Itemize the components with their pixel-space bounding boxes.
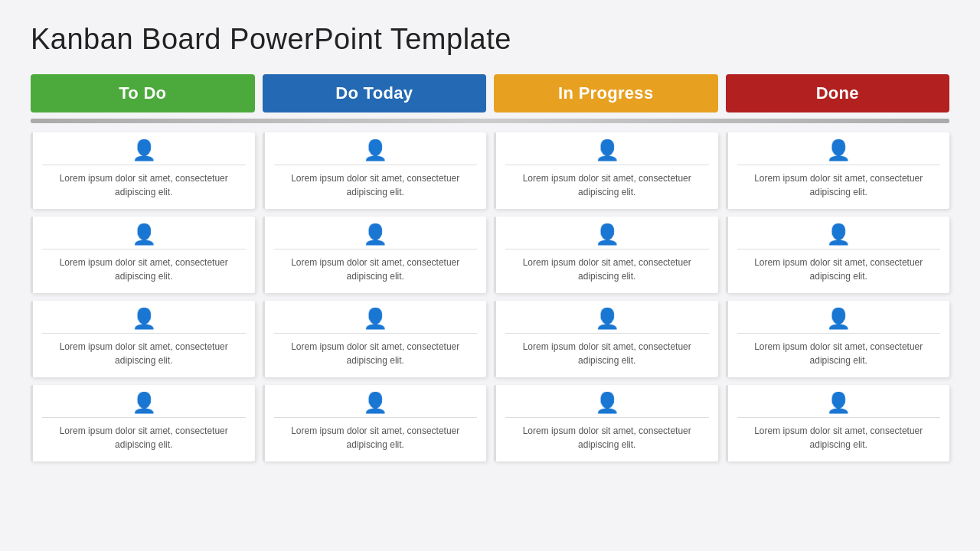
card-divider bbox=[42, 333, 246, 334]
column-header-dotoday: Do Today bbox=[263, 74, 487, 112]
card: 👤 Lorem ipsum dolor sit amet, consectetu… bbox=[494, 217, 718, 293]
card-divider bbox=[274, 333, 478, 334]
column-done: 👤 Lorem ipsum dolor sit amet, consectetu… bbox=[726, 132, 950, 461]
card: 👤 Lorem ipsum dolor sit amet, consectetu… bbox=[31, 217, 255, 293]
card-icon: 👤 bbox=[42, 308, 246, 328]
card: 👤 Lorem ipsum dolor sit amet, consectetu… bbox=[726, 301, 950, 377]
card-text: Lorem ipsum dolor sit amet, consectetuer… bbox=[42, 256, 246, 283]
person-icon: 👤 bbox=[826, 308, 851, 328]
person-icon: 👤 bbox=[132, 224, 156, 244]
card-text: Lorem ipsum dolor sit amet, consectetuer… bbox=[737, 424, 941, 452]
person-icon: 👤 bbox=[132, 393, 156, 412]
card: 👤 Lorem ipsum dolor sit amet, consectetu… bbox=[726, 132, 950, 209]
card: 👤 Lorem ipsum dolor sit amet, consectetu… bbox=[494, 301, 718, 377]
page-title: Kanban Board PowerPoint Template bbox=[31, 23, 949, 56]
card-divider bbox=[42, 165, 246, 165]
person-icon: 👤 bbox=[826, 224, 851, 244]
person-icon: 👤 bbox=[132, 308, 156, 328]
card: 👤 Lorem ipsum dolor sit amet, consectetu… bbox=[31, 132, 255, 209]
column-todo: 👤 Lorem ipsum dolor sit amet, consectetu… bbox=[31, 132, 255, 461]
card-divider bbox=[42, 417, 246, 418]
card: 👤 Lorem ipsum dolor sit amet, consectetu… bbox=[494, 385, 718, 461]
card-text: Lorem ipsum dolor sit amet, consectetuer… bbox=[42, 171, 246, 199]
card: 👤 Lorem ipsum dolor sit amet, consectetu… bbox=[263, 132, 487, 209]
card-divider bbox=[737, 249, 941, 249]
card-divider bbox=[505, 417, 709, 418]
card-icon: 👤 bbox=[505, 224, 709, 244]
card-icon: 👤 bbox=[42, 224, 246, 244]
person-icon: 👤 bbox=[595, 224, 619, 244]
card-text: Lorem ipsum dolor sit amet, consectetuer… bbox=[42, 340, 246, 367]
card-text: Lorem ipsum dolor sit amet, consectetuer… bbox=[274, 340, 478, 367]
columns-header: To Do Do Today In Progress Done bbox=[31, 74, 949, 112]
card-divider bbox=[505, 333, 709, 334]
card-icon: 👤 bbox=[274, 140, 478, 160]
column-inprogress: 👤 Lorem ipsum dolor sit amet, consectetu… bbox=[494, 132, 718, 461]
card: 👤 Lorem ipsum dolor sit amet, consectetu… bbox=[31, 301, 255, 377]
person-icon: 👤 bbox=[595, 140, 619, 160]
column-header-inprogress: In Progress bbox=[494, 74, 718, 112]
card-icon: 👤 bbox=[505, 140, 709, 160]
person-icon: 👤 bbox=[363, 140, 387, 160]
card: 👤 Lorem ipsum dolor sit amet, consectetu… bbox=[494, 132, 718, 209]
card: 👤 Lorem ipsum dolor sit amet, consectetu… bbox=[726, 217, 950, 293]
person-icon: 👤 bbox=[363, 393, 387, 412]
card: 👤 Lorem ipsum dolor sit amet, consectetu… bbox=[726, 385, 950, 461]
card-icon: 👤 bbox=[42, 140, 246, 160]
card-icon: 👤 bbox=[737, 224, 941, 244]
card-text: Lorem ipsum dolor sit amet, consectetuer… bbox=[737, 340, 941, 367]
card-icon: 👤 bbox=[737, 393, 941, 412]
card-text: Lorem ipsum dolor sit amet, consectetuer… bbox=[274, 256, 478, 283]
card-icon: 👤 bbox=[274, 393, 478, 412]
card-text: Lorem ipsum dolor sit amet, consectetuer… bbox=[274, 424, 478, 452]
card-text: Lorem ipsum dolor sit amet, consectetuer… bbox=[505, 171, 709, 199]
card-text: Lorem ipsum dolor sit amet, consectetuer… bbox=[274, 171, 478, 199]
person-icon: 👤 bbox=[132, 140, 156, 160]
card-divider bbox=[737, 417, 941, 418]
column-header-done: Done bbox=[726, 74, 950, 112]
card-icon: 👤 bbox=[737, 308, 941, 328]
card: 👤 Lorem ipsum dolor sit amet, consectetu… bbox=[263, 217, 487, 293]
card-divider bbox=[505, 249, 709, 249]
card-divider bbox=[274, 249, 478, 249]
card-divider bbox=[274, 417, 478, 418]
card-divider bbox=[42, 249, 246, 249]
card-icon: 👤 bbox=[737, 140, 941, 160]
card-divider bbox=[737, 333, 941, 334]
column-dotoday: 👤 Lorem ipsum dolor sit amet, consectetu… bbox=[263, 132, 487, 461]
card-divider bbox=[274, 165, 478, 165]
card: 👤 Lorem ipsum dolor sit amet, consectetu… bbox=[263, 301, 487, 377]
card: 👤 Lorem ipsum dolor sit amet, consectetu… bbox=[31, 385, 255, 461]
person-icon: 👤 bbox=[363, 224, 387, 244]
card-divider bbox=[737, 165, 941, 165]
card-text: Lorem ipsum dolor sit amet, consectetuer… bbox=[505, 256, 709, 283]
card-icon: 👤 bbox=[274, 224, 478, 244]
person-icon: 👤 bbox=[826, 393, 851, 412]
card-icon: 👤 bbox=[274, 308, 478, 328]
card-text: Lorem ipsum dolor sit amet, consectetuer… bbox=[505, 424, 709, 452]
card-text: Lorem ipsum dolor sit amet, consectetuer… bbox=[42, 424, 246, 452]
person-icon: 👤 bbox=[595, 308, 619, 328]
column-header-todo: To Do bbox=[31, 74, 255, 112]
card-text: Lorem ipsum dolor sit amet, consectetuer… bbox=[737, 256, 941, 283]
card-text: Lorem ipsum dolor sit amet, consectetuer… bbox=[737, 171, 941, 199]
card-text: Lorem ipsum dolor sit amet, consectetuer… bbox=[505, 340, 709, 367]
columns-body: 👤 Lorem ipsum dolor sit amet, consectetu… bbox=[31, 132, 949, 461]
card: 👤 Lorem ipsum dolor sit amet, consectetu… bbox=[263, 385, 487, 461]
person-icon: 👤 bbox=[826, 140, 851, 160]
person-icon: 👤 bbox=[595, 393, 619, 412]
separator bbox=[31, 119, 949, 123]
person-icon: 👤 bbox=[363, 308, 387, 328]
page: Kanban Board PowerPoint Template To Do D… bbox=[0, 0, 980, 551]
card-divider bbox=[505, 165, 709, 165]
card-icon: 👤 bbox=[42, 393, 246, 412]
card-icon: 👤 bbox=[505, 308, 709, 328]
card-icon: 👤 bbox=[505, 393, 709, 412]
